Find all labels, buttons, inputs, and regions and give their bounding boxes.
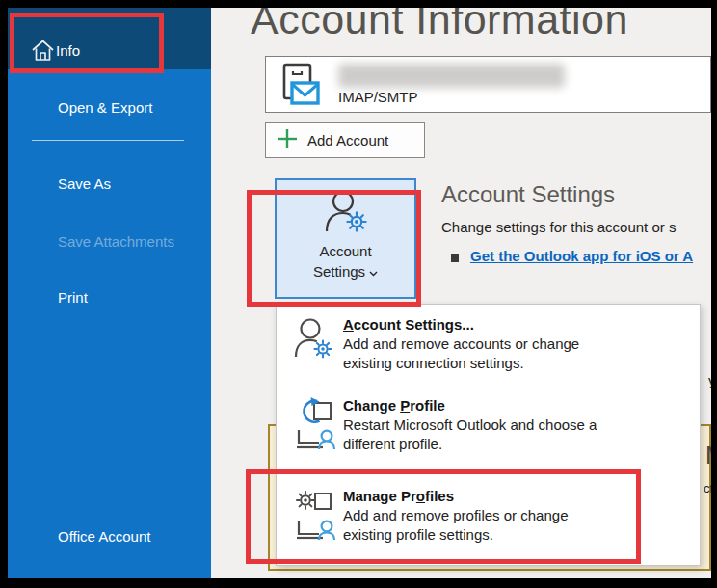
backstage-sidebar: Info Open & Export Save As Save Attachme… <box>8 8 211 578</box>
menu-item-description: Restart Microsoft Outlook and choose a <box>343 415 597 435</box>
account-settings-dropdown-menu: Account Settings... Add and remove accou… <box>276 304 701 566</box>
menu-item-description: existing connection settings. <box>343 354 579 373</box>
clipped-text-fragment: ct <box>704 481 711 495</box>
sidebar-item-info[interactable]: Info <box>8 8 211 69</box>
menu-item-account-settings[interactable]: Account Settings... Add and remove accou… <box>277 314 700 393</box>
sidebar-item-save-attachments: Save Attachments <box>58 233 174 250</box>
redacted-email-address <box>338 64 565 88</box>
menu-item-title: Manage Profiles <box>343 486 568 506</box>
sidebar-divider <box>32 140 184 141</box>
bullet-icon <box>451 254 459 262</box>
sidebar-item-open-export[interactable]: Open & Export <box>58 99 152 116</box>
account-protocol: IMAP/SMTP <box>338 89 418 105</box>
account-settings-button-label-line2: Settings <box>313 263 365 280</box>
clipped-text-fragment: y <box>708 372 711 388</box>
page-title: Account Information <box>251 8 628 43</box>
menu-item-manage-profiles[interactable]: Manage Profiles Add and remove profiles … <box>277 486 700 565</box>
menu-item-description: existing profile settings. <box>343 525 568 545</box>
plus-icon <box>277 128 298 152</box>
sidebar-divider <box>32 494 184 494</box>
get-outlook-app-link[interactable]: Get the Outlook app for iOS or A <box>470 248 693 264</box>
person-gear-icon <box>321 189 371 241</box>
clipped-text-fragment: M <box>705 441 711 469</box>
account-selector[interactable]: IMAP/SMTP <box>265 56 711 113</box>
menu-item-description: Add and remove accounts or change <box>343 334 579 354</box>
profile-switch-icon <box>294 397 338 459</box>
mail-account-icon <box>278 63 322 111</box>
backstage-view: Info Open & Export Save As Save Attachme… <box>8 8 711 578</box>
sidebar-item-label: Info <box>56 42 80 59</box>
account-settings-heading: Account Settings <box>441 181 615 208</box>
menu-item-description: different profile. <box>343 435 597 454</box>
account-settings-button[interactable]: Account Settings <box>275 178 416 299</box>
menu-item-description: Add and remove profiles or change <box>343 506 568 525</box>
menu-item-title: Change Profile <box>343 395 597 415</box>
add-account-button[interactable]: Add Account <box>265 122 425 158</box>
sidebar-item-save-as[interactable]: Save As <box>58 175 111 192</box>
chevron-down-icon <box>369 261 378 281</box>
profiles-gear-icon <box>294 488 338 549</box>
sidebar-item-office-account[interactable]: Office Account <box>58 528 150 545</box>
menu-item-change-profile[interactable]: Change Profile Restart Microsoft Outlook… <box>277 395 700 474</box>
sidebar-item-print[interactable]: Print <box>58 289 88 306</box>
home-icon <box>30 38 56 67</box>
account-settings-button-label-line1: Account <box>319 241 371 261</box>
account-settings-description: Change settings for this account or s <box>441 219 676 235</box>
menu-item-title: Account Settings... <box>343 314 579 334</box>
add-account-label: Add Account <box>307 132 388 148</box>
person-gear-icon <box>294 316 338 378</box>
outlook-backstage-screenshot: Info Open & Export Save As Save Attachme… <box>0 0 717 588</box>
